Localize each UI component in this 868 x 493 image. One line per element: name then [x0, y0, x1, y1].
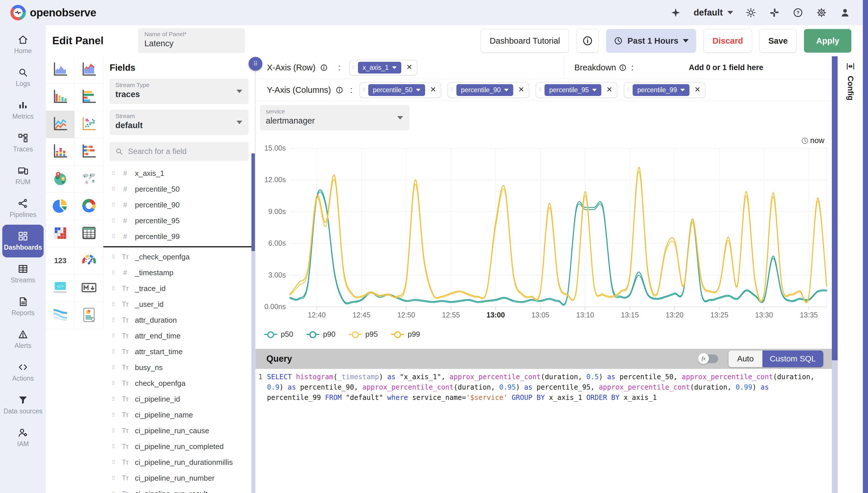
apply-button[interactable]: Apply: [804, 29, 851, 52]
info-button[interactable]: [576, 29, 599, 52]
field-item[interactable]: ⠿ attr_duration: [110, 312, 249, 328]
ai-sparkle-icon[interactable]: [670, 7, 681, 18]
field-item[interactable]: ⠿ attr_start_time: [110, 344, 249, 360]
time-range-button[interactable]: Past 1 Hours: [606, 29, 696, 52]
chart-type-option[interactable]: [75, 302, 103, 329]
sidebar-item[interactable]: Streams: [0, 257, 46, 290]
field-item[interactable]: ⠿ percentile_95: [110, 213, 249, 229]
stream-type-select[interactable]: Stream Type traces: [110, 79, 249, 104]
field-item[interactable]: ⠿ ci_pipeline_id: [110, 391, 249, 407]
field-item[interactable]: ⠿ _user_id: [110, 297, 249, 312]
legend-item[interactable]: p50: [264, 330, 293, 339]
sidebar-item[interactable]: Alerts: [0, 323, 46, 356]
sql-query-text[interactable]: SELECT histogram(_timestamp) as "x_axis_…: [267, 372, 832, 493]
header-icon-button[interactable]: [769, 7, 780, 18]
y-axis-field-chip[interactable]: ⠿ percentile_50: [359, 82, 441, 98]
remove-field-icon[interactable]: [427, 86, 439, 94]
field-item[interactable]: ⠿ ci_pipeline_run_completed: [110, 439, 249, 454]
field-chip-button[interactable]: percentile_95: [545, 84, 601, 96]
field-item[interactable]: ⠿ attr_end_time: [110, 328, 249, 344]
chart-type-option[interactable]: [75, 138, 103, 166]
legend-item[interactable]: p99: [391, 330, 420, 339]
legend-item[interactable]: p90: [306, 330, 335, 339]
field-item[interactable]: ⠿ percentile_90: [110, 197, 249, 213]
sidebar-item[interactable]: Reports: [0, 290, 46, 323]
fields-scrollbar[interactable]: [251, 153, 255, 493]
field-search-input[interactable]: [128, 147, 244, 156]
chart-type-option[interactable]: [46, 56, 75, 84]
header-icon-button[interactable]: ?: [792, 7, 804, 18]
field-item[interactable]: ⠿ ci_pipeline_name: [110, 407, 249, 423]
expand-panel-icon[interactable]: [846, 62, 855, 72]
field-chip-button[interactable]: percentile_90: [456, 84, 513, 96]
config-panel-collapsed[interactable]: Config: [838, 56, 863, 493]
sidebar-item[interactable]: Dashboards: [2, 225, 44, 257]
panel-resize-handle[interactable]: ⠿: [249, 57, 262, 71]
line-chart[interactable]: [290, 148, 827, 307]
sql-editor[interactable]: 1 SELECT histogram(_timestamp) as "x_axi…: [255, 369, 832, 493]
panel-name-field[interactable]: Name of Panel* Latency: [138, 28, 245, 53]
sidebar-item[interactable]: Traces: [0, 126, 46, 159]
field-item[interactable]: ⠿ percentile_50: [110, 181, 249, 197]
sidebar-item[interactable]: Data sources: [0, 388, 46, 421]
now-marker[interactable]: now: [801, 136, 824, 145]
sidebar-item[interactable]: Metrics: [0, 94, 46, 126]
chart-type-option[interactable]: [46, 111, 75, 138]
field-chip-button[interactable]: x_axis_1: [358, 62, 401, 73]
header-icon-button[interactable]: [816, 7, 827, 18]
save-button[interactable]: Save: [759, 29, 797, 52]
field-item[interactable]: ⠿ percentile_99: [110, 229, 249, 244]
chart-type-option[interactable]: [46, 138, 75, 166]
sidebar-item[interactable]: Logs: [0, 61, 46, 94]
y-axis-field-chip[interactable]: ⠿ percentile_99: [624, 82, 706, 98]
sidebar-item[interactable]: RUM: [0, 159, 46, 192]
field-item[interactable]: ⠿ _timestamp: [110, 265, 249, 281]
remove-field-icon[interactable]: [516, 86, 527, 94]
remove-field-icon[interactable]: [404, 63, 415, 72]
sidebar-item[interactable]: Home: [0, 28, 46, 61]
custom-sql-mode-button[interactable]: Custom SQL: [762, 350, 823, 367]
chart-type-option[interactable]: [75, 220, 103, 248]
chart-type-option[interactable]: [75, 84, 103, 111]
chart-type-option[interactable]: [75, 193, 103, 220]
sidebar-item[interactable]: Pipelines: [0, 192, 46, 225]
field-item[interactable]: ⠿ ci_pipeline_run_durationmillis: [110, 454, 249, 470]
field-item[interactable]: ⠿ ci_pipeline_run_number: [110, 470, 249, 486]
config-tab-label[interactable]: Config: [846, 76, 855, 100]
chart-type-option[interactable]: [46, 220, 75, 248]
chart-type-option[interactable]: 123: [46, 248, 75, 275]
stream-select[interactable]: Stream default: [110, 110, 249, 135]
field-item[interactable]: ⠿ x_axis_1: [110, 166, 249, 181]
field-chip-button[interactable]: percentile_99: [633, 84, 689, 96]
chart-type-option[interactable]: [46, 302, 75, 329]
x-axis-field-chip[interactable]: ⠿ x_axis_1: [349, 60, 417, 76]
chart-type-option[interactable]: [46, 84, 75, 111]
y-axis-field-chip[interactable]: ⠿ percentile_95: [535, 82, 617, 98]
openobserve-logo[interactable]: openobserve: [10, 5, 96, 20]
main-scrollbar[interactable]: [832, 56, 838, 493]
vrl-function-toggle[interactable]: [699, 355, 718, 363]
org-selector[interactable]: default: [693, 7, 733, 18]
chart-type-option[interactable]: [46, 193, 75, 220]
legend-item[interactable]: p95: [349, 330, 378, 339]
field-search[interactable]: [110, 142, 249, 161]
field-item[interactable]: ⠿ ci_pipeline_run_cause: [110, 423, 249, 439]
chart-type-option[interactable]: [75, 248, 103, 275]
field-item[interactable]: ⠿ busy_ns: [110, 360, 249, 376]
field-item[interactable]: ⠿ check_openfga: [110, 376, 249, 391]
chart-type-option[interactable]: [46, 166, 75, 193]
sidebar-item[interactable]: IAM: [0, 421, 46, 454]
field-item[interactable]: ⠿ _check_openfga: [110, 249, 249, 265]
field-item[interactable]: ⠿ _trace_id: [110, 281, 249, 297]
remove-field-icon[interactable]: [692, 86, 703, 94]
chart-type-option[interactable]: [75, 111, 103, 138]
service-filter-select[interactable]: service alertmanager: [260, 105, 409, 130]
header-icon-button[interactable]: [745, 7, 757, 18]
chart-type-option[interactable]: [75, 56, 103, 84]
dashboard-tutorial-button[interactable]: Dashboard Tutorial: [481, 29, 569, 52]
discard-button[interactable]: Discard: [704, 29, 752, 52]
field-chip-button[interactable]: percentile_50: [368, 84, 425, 96]
auto-mode-button[interactable]: Auto: [729, 350, 762, 367]
chart-type-option[interactable]: </>: [46, 275, 75, 302]
remove-field-icon[interactable]: [603, 86, 615, 94]
